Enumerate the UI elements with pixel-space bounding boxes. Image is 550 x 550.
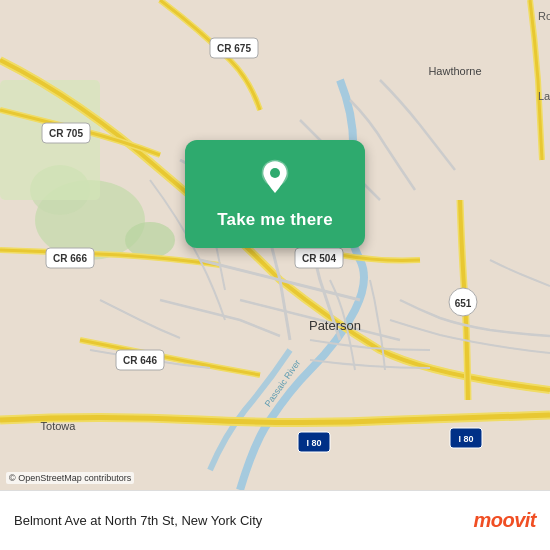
bottom-bar: Belmont Ave at North 7th St, New York Ci… xyxy=(0,490,550,550)
svg-text:Hawthorne: Hawthorne xyxy=(428,65,481,77)
svg-text:La: La xyxy=(538,90,550,102)
moovit-logo: moovit xyxy=(473,509,536,532)
svg-text:Paterson: Paterson xyxy=(309,318,361,333)
svg-text:651: 651 xyxy=(455,298,472,309)
map-attribution: © OpenStreetMap contributors xyxy=(6,472,134,484)
location-pin-icon xyxy=(255,158,295,198)
svg-text:CR 646: CR 646 xyxy=(123,355,157,366)
moovit-brand-text: moovit xyxy=(473,509,536,532)
svg-text:CR 666: CR 666 xyxy=(53,253,87,264)
svg-text:I 80: I 80 xyxy=(458,434,473,444)
button-overlay: Take me there xyxy=(185,140,365,248)
green-card: Take me there xyxy=(185,140,365,248)
svg-text:Totowa: Totowa xyxy=(41,420,77,432)
svg-text:CR 705: CR 705 xyxy=(49,128,83,139)
take-me-there-button[interactable]: Take me there xyxy=(217,206,333,234)
svg-text:I 80: I 80 xyxy=(306,438,321,448)
svg-text:Ro: Ro xyxy=(538,10,550,22)
svg-text:CR 675: CR 675 xyxy=(217,43,251,54)
location-label: Belmont Ave at North 7th St, New York Ci… xyxy=(14,513,262,528)
map-container: CR 675 CR 705 CR 666 CR 504 CR 646 651 I… xyxy=(0,0,550,490)
svg-text:CR 504: CR 504 xyxy=(302,253,336,264)
svg-point-30 xyxy=(270,168,280,178)
svg-point-4 xyxy=(125,222,175,258)
